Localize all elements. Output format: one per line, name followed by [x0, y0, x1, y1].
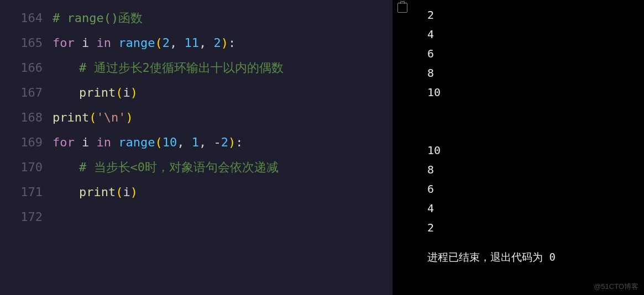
code-token: in — [97, 30, 112, 55]
output-line: 6 — [427, 180, 644, 199]
code-token: '\n' — [96, 105, 125, 130]
code-token: 通过步长2使循环输出十以内的偶数 — [94, 55, 284, 80]
code-token: ) — [125, 105, 133, 130]
line-number: 168 — [0, 105, 43, 130]
clipboard-icon[interactable] — [397, 3, 407, 13]
line-number: 169 — [0, 130, 43, 155]
code-token: print — [53, 105, 89, 130]
code-token: ) — [221, 30, 228, 55]
code-token: # — [79, 155, 94, 180]
code-token — [111, 30, 118, 55]
code-token: for — [53, 30, 75, 55]
output-line: 8 — [427, 160, 644, 180]
code-token: , — [170, 30, 185, 55]
code-area[interactable]: # range()函数for i in range(2, 11, 2):# 通过… — [53, 0, 392, 295]
code-line[interactable] — [53, 204, 392, 229]
code-token: - — [213, 130, 221, 155]
code-token: , — [177, 130, 192, 155]
code-line[interactable]: for i in range(2, 11, 2): — [53, 30, 392, 55]
line-number-gutter: 164165166167168169170171172 — [0, 0, 53, 295]
line-number: 172 — [0, 204, 43, 229]
code-token: 11 — [184, 30, 199, 55]
code-token: , — [199, 30, 214, 55]
code-editor-pane: 164165166167168169170171172 # range()函数f… — [0, 0, 392, 295]
code-token: ( — [116, 80, 123, 105]
code-token: i — [75, 30, 97, 55]
output-console[interactable]: 246810 108642 进程已结束，退出代码为 0 — [412, 0, 644, 295]
output-line: 4 — [427, 25, 644, 44]
code-token: # range() — [53, 6, 118, 30]
code-token: ) — [228, 130, 235, 155]
line-number: 165 — [0, 30, 43, 55]
output-line: 10 — [427, 83, 644, 102]
code-line[interactable]: # 当步长<0时，对象语句会依次递减 — [53, 155, 392, 180]
code-token: ( — [116, 180, 123, 204]
code-token: ( — [155, 130, 162, 155]
code-token: ( — [89, 105, 96, 130]
code-token: in — [97, 130, 112, 155]
code-token: i — [75, 130, 97, 155]
code-token: # — [79, 55, 94, 80]
code-token: ( — [155, 30, 162, 55]
line-number: 171 — [0, 180, 43, 204]
code-line[interactable]: print(i) — [53, 180, 392, 204]
code-token: : — [228, 30, 235, 55]
output-blank-line — [427, 102, 644, 122]
code-token: : — [235, 130, 243, 155]
code-token: 2 — [213, 30, 221, 55]
code-token: , — [199, 130, 214, 155]
code-token: ) — [130, 80, 138, 105]
line-number: 167 — [0, 80, 43, 105]
code-token: for — [53, 130, 75, 155]
output-line: 2 — [427, 6, 644, 25]
code-token: ) — [130, 180, 138, 204]
code-token: range — [118, 130, 155, 155]
output-line: 6 — [427, 44, 644, 64]
code-token: 10 — [163, 130, 177, 155]
code-token: i — [123, 80, 130, 105]
output-line: 8 — [427, 64, 644, 83]
code-line[interactable]: for i in range(10, 1, -2): — [53, 130, 392, 155]
code-token: print — [79, 180, 116, 204]
output-line: 10 — [427, 141, 644, 160]
output-line: 4 — [427, 199, 644, 218]
code-token: 函数 — [118, 6, 143, 30]
code-token: print — [79, 80, 116, 105]
code-token: 1 — [192, 130, 199, 155]
code-token: 当步长<0时，对象语句会依次递减 — [94, 155, 279, 180]
line-number: 166 — [0, 55, 43, 80]
code-token: 2 — [221, 130, 228, 155]
output-blank-line — [427, 122, 644, 141]
code-line[interactable]: # 通过步长2使循环输出十以内的偶数 — [53, 55, 392, 80]
code-line[interactable]: print(i) — [53, 80, 392, 105]
code-line[interactable]: # range()函数 — [53, 6, 392, 30]
code-token: range — [118, 30, 155, 55]
line-number: 170 — [0, 155, 43, 180]
line-number: 164 — [0, 6, 43, 30]
code-token: 2 — [163, 30, 170, 55]
code-token: i — [123, 180, 130, 204]
code-line[interactable]: print('\n') — [53, 105, 392, 130]
exit-message: 进程已结束，退出代码为 0 — [427, 247, 644, 267]
watermark: @51CTO博客 — [594, 282, 638, 292]
pane-divider[interactable] — [392, 0, 412, 295]
output-line: 2 — [427, 218, 644, 238]
code-token — [111, 130, 118, 155]
